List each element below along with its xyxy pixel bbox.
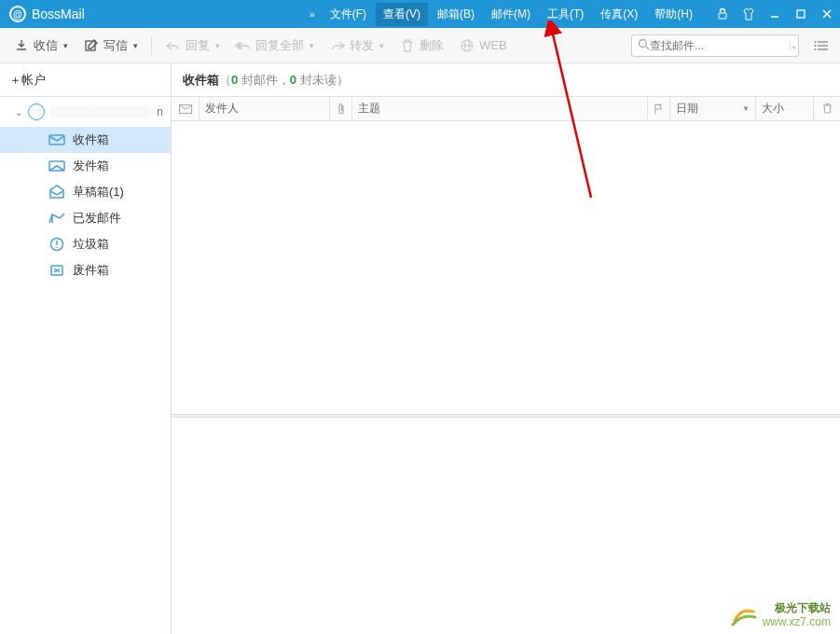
app-name: BossMail bbox=[32, 7, 85, 21]
menu-bar: 文件(F) 查看(V) 邮箱(B) 邮件(M) 工具(T) 传真(X) 帮助(H… bbox=[323, 3, 700, 26]
drafts-icon bbox=[48, 184, 65, 200]
svg-point-21 bbox=[56, 247, 58, 249]
avatar-icon bbox=[28, 103, 45, 120]
compose-icon bbox=[83, 37, 100, 54]
spam-icon bbox=[48, 236, 65, 253]
chevron-right-icon[interactable]: » bbox=[310, 9, 315, 20]
inbox-icon bbox=[48, 131, 65, 148]
search-dropdown-caret[interactable]: ⌄ bbox=[790, 41, 798, 50]
compose-button[interactable]: 写信 ▾ bbox=[77, 34, 144, 58]
reply-all-button[interactable]: 回复全部 ▾ bbox=[229, 34, 320, 58]
list-view-icon[interactable] bbox=[810, 34, 833, 57]
logo-area: @ BossMail bbox=[0, 6, 94, 22]
svg-line-10 bbox=[646, 46, 650, 49]
menu-mail[interactable]: 邮件(M) bbox=[484, 3, 538, 26]
receive-button[interactable]: 收信 ▾ bbox=[7, 34, 74, 58]
watermark: 极光下载站 www.xz7.com bbox=[731, 601, 831, 628]
sort-desc-icon: ▼ bbox=[742, 104, 750, 113]
svg-point-16 bbox=[815, 48, 817, 50]
toolbar: 收信 ▾ 写信 ▾ 回复 ▾ 回复全部 ▾ 转发 ▾ 删除 bbox=[0, 28, 840, 63]
col-size[interactable]: 大小 bbox=[756, 97, 814, 120]
folder-list: 收件箱 发件箱 草稿箱(1) 已发邮件 垃圾箱 废件箱 bbox=[0, 127, 171, 283]
col-delete[interactable] bbox=[814, 97, 840, 120]
svg-point-15 bbox=[815, 45, 817, 47]
menu-tools[interactable]: 工具(T) bbox=[540, 3, 591, 26]
reply-all-icon bbox=[235, 37, 252, 54]
watermark-line1: 极光下载站 bbox=[763, 601, 831, 614]
folder-outbox[interactable]: 发件箱 bbox=[0, 153, 171, 179]
col-subject[interactable]: 主题 bbox=[352, 97, 648, 120]
folder-trash[interactable]: 垃圾箱 bbox=[0, 231, 171, 257]
junk-icon bbox=[48, 262, 65, 279]
account-suffix: n bbox=[157, 105, 163, 118]
caret-down-icon: ▾ bbox=[310, 41, 314, 50]
chevron-down-icon: ⌄ bbox=[15, 107, 22, 117]
search-icon bbox=[638, 37, 650, 54]
outbox-icon bbox=[48, 158, 65, 174]
inbox-header: 收件箱 （0 封邮件，0 封未读） bbox=[172, 63, 840, 97]
folder-inbox[interactable]: 收件箱 bbox=[0, 127, 171, 153]
menu-fax[interactable]: 传真(X) bbox=[593, 3, 645, 26]
account-name-blurred bbox=[50, 105, 151, 118]
forward-icon bbox=[329, 37, 346, 54]
sidebar-header-accounts[interactable]: ＋帐户 bbox=[0, 63, 171, 97]
message-list[interactable] bbox=[172, 121, 840, 414]
caret-down-icon: ▾ bbox=[133, 41, 138, 50]
download-icon bbox=[13, 37, 30, 54]
skin-icon[interactable] bbox=[736, 0, 762, 28]
minimize-icon[interactable] bbox=[762, 0, 788, 28]
svg-point-14 bbox=[815, 41, 817, 43]
menu-view[interactable]: 查看(V) bbox=[376, 3, 428, 26]
maximize-icon[interactable] bbox=[788, 0, 814, 28]
watermark-line2: www.xz7.com bbox=[763, 615, 831, 628]
caret-down-icon: ▾ bbox=[215, 41, 220, 50]
divider bbox=[151, 35, 152, 56]
titlebar: @ BossMail » 文件(F) 查看(V) 邮箱(B) 邮件(M) 工具(… bbox=[0, 0, 840, 28]
folder-sent[interactable]: 已发邮件 bbox=[0, 205, 171, 231]
column-headers: 发件人 主题 日期▼ 大小 bbox=[172, 97, 840, 121]
folder-junk[interactable]: 废件箱 bbox=[0, 257, 171, 283]
menu-help[interactable]: 帮助(H) bbox=[647, 3, 700, 26]
reply-button[interactable]: 回复 ▾ bbox=[159, 34, 226, 58]
web-button[interactable]: WEB bbox=[453, 34, 513, 58]
trash-icon bbox=[399, 37, 416, 54]
menu-file[interactable]: 文件(F) bbox=[323, 3, 374, 26]
main-area: 收件箱 （0 封邮件，0 封未读） 发件人 主题 日期▼ 大小 bbox=[172, 63, 840, 634]
col-envelope[interactable] bbox=[172, 97, 200, 120]
caret-down-icon: ▾ bbox=[63, 41, 68, 50]
col-date[interactable]: 日期▼ bbox=[670, 97, 756, 120]
inbox-stats: （0 封邮件，0 封未读） bbox=[219, 72, 349, 89]
col-attachment[interactable] bbox=[330, 97, 352, 120]
caret-down-icon: ▾ bbox=[379, 41, 384, 50]
search-box[interactable]: ⌄ bbox=[631, 34, 799, 57]
svg-rect-2 bbox=[797, 10, 805, 18]
menu-mailbox[interactable]: 邮箱(B) bbox=[430, 3, 482, 26]
delete-button[interactable]: 删除 bbox=[393, 34, 449, 58]
svg-rect-0 bbox=[719, 13, 726, 19]
title-icons bbox=[709, 0, 840, 28]
col-flag[interactable] bbox=[648, 97, 670, 120]
svg-rect-17 bbox=[49, 135, 64, 145]
lock-icon[interactable] bbox=[709, 0, 736, 28]
body-area: ＋帐户 ⌄ n 收件箱 发件箱 草稿箱(1) 已发邮件 bbox=[0, 63, 840, 634]
app-logo-icon: @ bbox=[9, 6, 26, 22]
reply-icon bbox=[165, 37, 182, 54]
sidebar: ＋帐户 ⌄ n 收件箱 发件箱 草稿箱(1) 已发邮件 bbox=[0, 63, 172, 634]
svg-point-9 bbox=[640, 39, 647, 47]
sent-icon bbox=[48, 210, 65, 227]
search-input[interactable] bbox=[650, 39, 790, 52]
watermark-logo-icon bbox=[731, 602, 757, 628]
forward-button[interactable]: 转发 ▾ bbox=[324, 34, 390, 58]
close-icon[interactable] bbox=[814, 0, 840, 28]
globe-icon bbox=[459, 37, 475, 54]
inbox-title: 收件箱 bbox=[183, 72, 219, 89]
account-row[interactable]: ⌄ n bbox=[0, 97, 171, 127]
folder-drafts[interactable]: 草稿箱(1) bbox=[0, 179, 171, 205]
col-from[interactable]: 发件人 bbox=[200, 97, 330, 120]
